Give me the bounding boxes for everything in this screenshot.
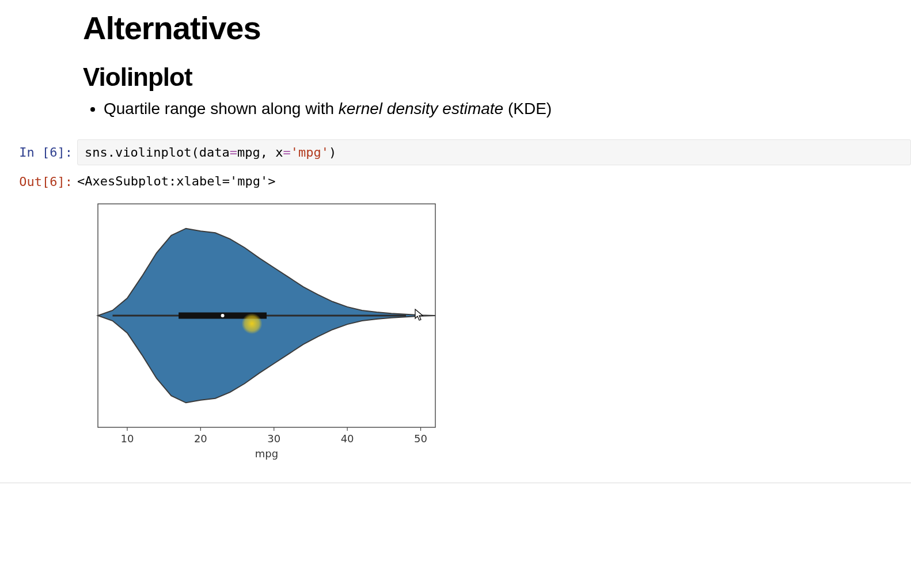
code-token: = [283, 145, 290, 160]
bullet-item: Quartile range shown along with kernel d… [104, 98, 911, 119]
code-token: = [230, 145, 237, 160]
plot-output: 1020304050mpg [91, 199, 911, 466]
bullet-text-post: (KDE) [503, 100, 552, 117]
bullet-list: Quartile range shown along with kernel d… [104, 98, 911, 119]
input-code[interactable]: sns.violinplot(data=mpg, x='mpg') [77, 139, 911, 165]
violin-plot: 1020304050mpg [91, 199, 442, 464]
input-cell: In [6]: sns.violinplot(data=mpg, x='mpg'… [0, 139, 911, 165]
svg-text:mpg: mpg [255, 447, 278, 460]
heading-alternatives: Alternatives [83, 9, 911, 47]
output-text: <AxesSubplot:xlabel='mpg'> [77, 169, 911, 188]
svg-text:30: 30 [267, 433, 280, 445]
code-token: ) [329, 145, 336, 160]
svg-point-3 [221, 314, 225, 317]
svg-text:10: 10 [121, 433, 134, 445]
bullet-text-em: kernel density estimate [339, 100, 503, 117]
output-cell: Out[6]: <AxesSubplot:xlabel='mpg'> [0, 169, 911, 189]
svg-point-4 [242, 313, 263, 334]
code-token: sns.violinplot(data [85, 145, 230, 160]
svg-text:40: 40 [341, 433, 354, 445]
code-token: mpg, x [237, 145, 283, 160]
input-prompt: In [6]: [0, 139, 77, 160]
bullet-text-pre: Quartile range shown along with [104, 100, 339, 117]
markdown-cell: Alternatives Violinplot Quartile range s… [0, 9, 911, 119]
cell-divider [0, 483, 911, 483]
heading-violinplot: Violinplot [83, 63, 911, 92]
code-token: 'mpg' [291, 145, 329, 160]
output-prompt: Out[6]: [0, 169, 77, 189]
svg-text:20: 20 [194, 433, 207, 445]
svg-text:50: 50 [414, 433, 427, 445]
